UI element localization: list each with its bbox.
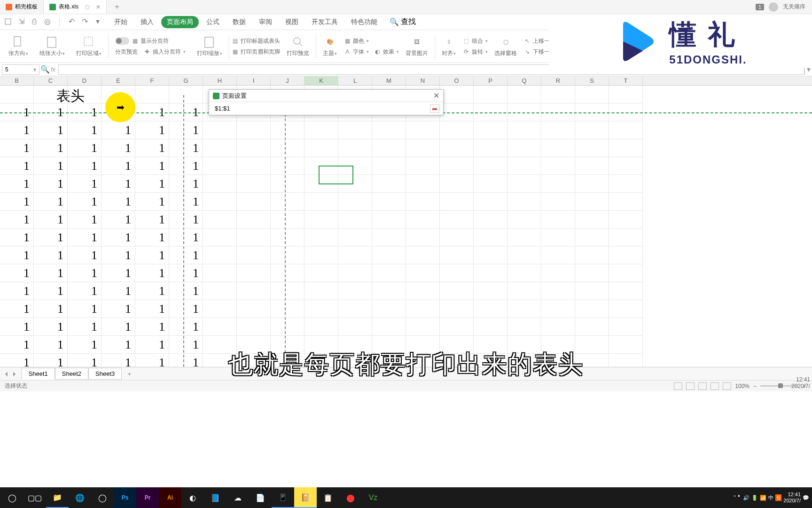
- cell[interactable]: [304, 246, 338, 264]
- cell[interactable]: [338, 264, 372, 282]
- word-icon[interactable]: 📄: [249, 487, 272, 508]
- cell[interactable]: [237, 193, 271, 211]
- cell[interactable]: [474, 282, 508, 300]
- cell[interactable]: [541, 264, 575, 282]
- cell[interactable]: 1: [169, 139, 203, 157]
- cell[interactable]: 1: [102, 229, 135, 246]
- cell[interactable]: [271, 246, 304, 264]
- cell[interactable]: 1: [0, 175, 34, 193]
- cell[interactable]: [237, 157, 271, 175]
- cell[interactable]: 1: [102, 246, 135, 264]
- cell[interactable]: [271, 157, 304, 175]
- column-header[interactable]: H: [203, 76, 237, 85]
- cell[interactable]: [508, 121, 541, 139]
- qat-more-icon[interactable]: ▾: [94, 17, 102, 26]
- showbreak-toggle[interactable]: [115, 37, 129, 45]
- printscale-button[interactable]: 打印缩放▾: [192, 32, 227, 61]
- chrome-icon[interactable]: ◯: [91, 487, 114, 508]
- range-collapse-icon[interactable]: [430, 104, 439, 113]
- print-title-button[interactable]: ▤打印标题或表头: [231, 37, 280, 45]
- cell[interactable]: [440, 157, 474, 175]
- cell[interactable]: [575, 193, 609, 211]
- cell[interactable]: 1: [102, 300, 135, 318]
- column-header[interactable]: P: [474, 76, 508, 85]
- cell[interactable]: [372, 139, 406, 157]
- cell[interactable]: [372, 318, 406, 336]
- cell[interactable]: 1: [169, 300, 203, 318]
- cell[interactable]: 1: [34, 229, 68, 246]
- papersize-button[interactable]: 纸张大小▾: [35, 32, 70, 61]
- cell[interactable]: [338, 300, 372, 318]
- cell[interactable]: 1: [0, 121, 34, 139]
- cell[interactable]: 1: [135, 175, 169, 193]
- notes-icon[interactable]: 📔: [294, 487, 317, 508]
- cell[interactable]: [609, 336, 643, 354]
- cell[interactable]: 1: [102, 354, 135, 367]
- explorer-icon[interactable]: 📁: [46, 487, 69, 508]
- sogou-icon[interactable]: S: [775, 494, 781, 501]
- cell[interactable]: [304, 229, 338, 246]
- cell[interactable]: 1: [102, 193, 135, 211]
- illustrator-icon[interactable]: Ai: [159, 487, 181, 508]
- cell[interactable]: 1: [135, 318, 169, 336]
- cell[interactable]: [474, 264, 508, 282]
- cell[interactable]: [338, 211, 372, 229]
- cell[interactable]: [203, 229, 237, 246]
- column-header[interactable]: G: [169, 76, 203, 85]
- cell[interactable]: 1: [135, 282, 169, 300]
- cell[interactable]: [541, 282, 575, 300]
- cell[interactable]: 1: [34, 354, 68, 367]
- color-button[interactable]: ▦颜色▾: [344, 37, 399, 45]
- cell[interactable]: 1: [34, 211, 68, 229]
- cell[interactable]: [508, 175, 541, 193]
- cell[interactable]: [609, 318, 643, 336]
- cell[interactable]: [474, 246, 508, 264]
- column-header[interactable]: F: [135, 76, 169, 85]
- cell[interactable]: [271, 121, 304, 139]
- onedrive-icon[interactable]: ☁: [226, 487, 249, 508]
- cell[interactable]: [609, 121, 643, 139]
- page-setup-dialog[interactable]: 页面设置 ✕ $1:$1: [209, 89, 444, 115]
- printarea-button[interactable]: 打印区域▾: [71, 32, 106, 61]
- cell[interactable]: 1: [102, 175, 135, 193]
- cell[interactable]: 1: [169, 282, 203, 300]
- cell[interactable]: [406, 300, 440, 318]
- cell[interactable]: [203, 264, 237, 282]
- redo-icon[interactable]: ↷: [80, 17, 89, 26]
- cell[interactable]: 1: [68, 300, 102, 318]
- column-header[interactable]: L: [338, 76, 372, 85]
- cell[interactable]: [203, 121, 237, 139]
- cell[interactable]: 1: [34, 336, 68, 354]
- cell[interactable]: [474, 121, 508, 139]
- cell[interactable]: 1: [169, 157, 203, 175]
- cell[interactable]: [541, 229, 575, 246]
- cell[interactable]: 1: [102, 139, 135, 157]
- cell[interactable]: [474, 318, 508, 336]
- column-header[interactable]: E: [102, 76, 135, 85]
- cell[interactable]: 1: [135, 300, 169, 318]
- cell[interactable]: [440, 229, 474, 246]
- tab-data[interactable]: 数据: [227, 16, 251, 28]
- cell[interactable]: [271, 229, 304, 246]
- cell[interactable]: 1: [68, 139, 102, 157]
- spreadsheet-area[interactable]: BCDEFGHIJKLMNOPQRST 表头 11111111111111111…: [0, 76, 812, 367]
- cell[interactable]: [304, 193, 338, 211]
- cell[interactable]: [474, 211, 508, 229]
- cell[interactable]: 1: [169, 336, 203, 354]
- column-header[interactable]: T: [609, 76, 643, 85]
- cell[interactable]: [406, 211, 440, 229]
- cell[interactable]: 1: [102, 264, 135, 282]
- cell[interactable]: 1: [34, 264, 68, 282]
- column-header[interactable]: K: [304, 76, 338, 85]
- cell[interactable]: [203, 139, 237, 157]
- cell[interactable]: [440, 264, 474, 282]
- taskbar-clock[interactable]: 12:41 2020/7/: [783, 492, 801, 504]
- sheet-tab[interactable]: Sheet2: [55, 368, 88, 380]
- cell[interactable]: 1: [135, 229, 169, 246]
- cell[interactable]: 1: [0, 211, 34, 229]
- cell[interactable]: [406, 121, 440, 139]
- cell[interactable]: 1: [34, 139, 68, 157]
- cell[interactable]: [508, 246, 541, 264]
- cell[interactable]: [440, 121, 474, 139]
- fx-zoom-icon[interactable]: 🔍: [39, 65, 51, 74]
